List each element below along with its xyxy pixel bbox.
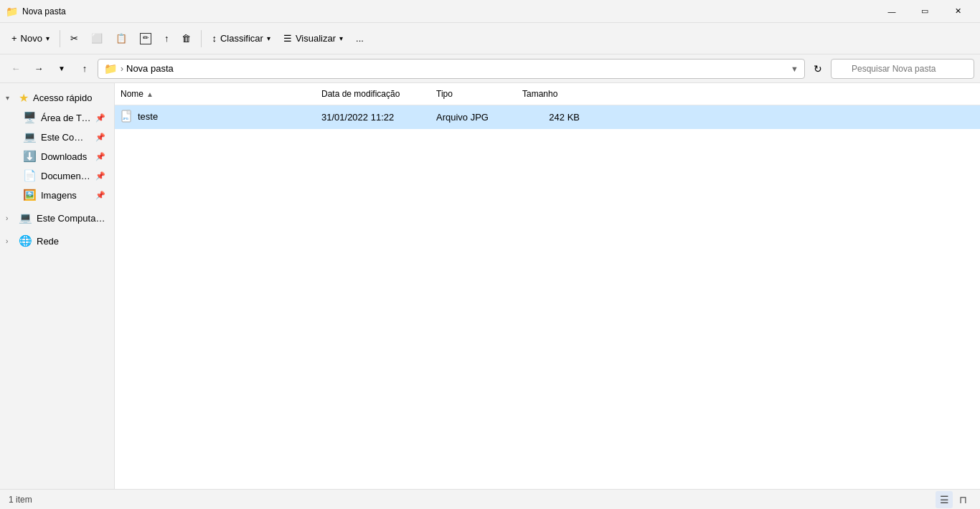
jpg-file-icon: JPG	[121, 110, 133, 123]
cut-button[interactable]: ✂	[65, 27, 84, 50]
downloads-pin-icon: 📌	[95, 152, 105, 161]
this-pc-section: › 💻 Este Computador	[0, 206, 114, 229]
column-name[interactable]: Nome ▲	[115, 86, 316, 102]
file-name-text: teste	[138, 111, 158, 122]
network-label: Rede	[37, 236, 105, 247]
sort-chevron-icon: ▾	[267, 34, 270, 42]
refresh-button[interactable]: ↻	[808, 59, 828, 79]
file-date-text: 31/01/2022 11:22	[321, 112, 394, 123]
images-pin-icon: 📌	[95, 191, 105, 200]
svg-text:JPG: JPG	[123, 117, 128, 120]
address-folder-icon: 📁	[104, 62, 118, 75]
sidebar-item-documents[interactable]: 📄 Documentos 📌	[3, 166, 111, 185]
file-size-text: 242 KB	[549, 112, 580, 123]
rename-icon: ✏	[140, 33, 151, 44]
desktop-icon: 🖥️	[23, 111, 37, 124]
new-button[interactable]: + Novo ▾	[6, 27, 55, 50]
column-date[interactable]: Data de modificação	[316, 86, 430, 102]
share-icon: ↑	[164, 33, 169, 44]
maximize-button[interactable]: ▭	[908, 0, 941, 23]
list-view-button[interactable]: ☰	[936, 491, 953, 508]
copy-button[interactable]: ⬜	[85, 27, 108, 50]
toolbar-separator-1	[60, 30, 60, 47]
main-layout: ▾ ★ Acesso rápido 🖥️ Área de Trabalh 📌 💻…	[0, 83, 980, 489]
new-chevron-icon: ▾	[46, 34, 50, 42]
view-toggle-group: ☰ ⊓	[936, 491, 971, 508]
file-name-cell: JPG teste	[115, 107, 316, 128]
address-input[interactable]: 📁 › Nova pasta ▼	[98, 59, 805, 79]
desktop-pin-icon: 📌	[95, 113, 105, 123]
title-bar-left: 📁 Nova pasta	[6, 6, 66, 17]
sidebar-item-this-pc-shortcut[interactable]: 💻 Este Computad 📌	[3, 128, 111, 146]
toolbar-separator-2	[201, 30, 202, 47]
copy-icon: ⬜	[91, 33, 103, 44]
sidebar-quick-access-header[interactable]: ▾ ★ Acesso rápido	[3, 88, 111, 108]
quick-access-expand-icon: ▾	[6, 94, 14, 102]
address-chevron-icon: ▼	[791, 65, 798, 73]
delete-icon: 🗑	[182, 33, 191, 44]
file-type-text: Arquivo JPG	[436, 112, 489, 123]
title-bar-controls: — ▭ ✕	[875, 0, 974, 23]
this-pc-icon: 💻	[19, 211, 32, 224]
sidebar-network-header[interactable]: › 🌐 Rede	[3, 232, 111, 250]
view-toolbar-button[interactable]: ☰ Visualizar ▾	[278, 27, 349, 50]
documents-icon: 📄	[23, 169, 37, 182]
toolbar: + Novo ▾ ✂ ⬜ 📋 ✏ ↑ 🗑 ↕ Classificar ▾ ☰ V…	[0, 23, 980, 54]
column-size[interactable]: Tamanho	[517, 86, 588, 102]
file-list-header: Nome ▲ Data de modificação Tipo Tamanho	[115, 83, 980, 105]
sort-icon: ↕	[212, 33, 217, 44]
item-count-text: 1 item	[9, 495, 32, 505]
share-button[interactable]: ↑	[159, 27, 175, 50]
images-icon: 🖼️	[23, 189, 37, 201]
documents-label: Documentos	[41, 171, 91, 181]
file-list: Nome ▲ Data de modificação Tipo Tamanho …	[115, 83, 980, 489]
quick-access-label: Acesso rápido	[33, 92, 105, 103]
network-expand-icon: ›	[6, 237, 14, 245]
title-bar-title: Nova pasta	[22, 6, 66, 16]
file-icon-wrapper: JPG teste	[121, 110, 158, 123]
network-icon: 🌐	[19, 234, 32, 247]
sidebar-this-pc-header[interactable]: › 💻 Este Computador	[3, 209, 111, 227]
title-bar: 📁 Nova pasta — ▭ ✕	[0, 0, 980, 23]
paste-button[interactable]: 📋	[110, 27, 133, 50]
up-button[interactable]: ↑	[75, 59, 95, 79]
delete-button[interactable]: 🗑	[176, 27, 197, 50]
sidebar-item-images[interactable]: 🖼️ Imagens 📌	[3, 186, 111, 204]
view-icon: ☰	[283, 33, 292, 44]
address-path-text: Nova pasta	[126, 63, 174, 74]
file-size-cell: 242 KB	[517, 109, 588, 125]
forward-recent-button[interactable]: ▼	[52, 59, 72, 79]
desktop-label: Área de Trabalh	[41, 113, 91, 123]
back-button[interactable]: ←	[6, 59, 26, 79]
sidebar-item-desktop[interactable]: 🖥️ Área de Trabalh 📌	[3, 108, 111, 127]
forward-button[interactable]: →	[29, 59, 49, 79]
title-bar-icon: 📁	[6, 6, 18, 17]
file-type-cell: Arquivo JPG	[430, 109, 517, 125]
this-pc-expand-icon: ›	[6, 214, 14, 222]
status-bar: 1 item ☰ ⊓	[0, 489, 980, 509]
this-pc-shortcut-pin-icon: 📌	[95, 133, 105, 142]
more-button[interactable]: ...	[350, 27, 369, 50]
close-button[interactable]: ✕	[941, 0, 974, 23]
sidebar: ▾ ★ Acesso rápido 🖥️ Área de Trabalh 📌 💻…	[0, 83, 115, 489]
sort-button[interactable]: ↕ Classificar ▾	[206, 27, 275, 50]
downloads-label: Downloads	[41, 151, 91, 162]
documents-pin-icon: 📌	[95, 171, 105, 181]
network-section: › 🌐 Rede	[0, 229, 114, 252]
quick-access-section: ▾ ★ Acesso rápido 🖥️ Área de Trabalh 📌 💻…	[0, 86, 114, 206]
this-pc-label: Este Computador	[37, 213, 105, 224]
table-row[interactable]: JPG teste 31/01/2022 11:22 Arquivo JPG 2…	[115, 105, 980, 129]
address-separator: ›	[121, 64, 123, 74]
sidebar-item-downloads[interactable]: ⬇️ Downloads 📌	[3, 147, 111, 166]
rename-button[interactable]: ✏	[134, 27, 157, 50]
grid-view-button[interactable]: ⊓	[954, 491, 971, 508]
downloads-icon: ⬇️	[23, 150, 37, 163]
minimize-button[interactable]: —	[875, 0, 908, 23]
column-type[interactable]: Tipo	[430, 86, 517, 102]
sort-arrow-name: ▲	[146, 90, 154, 98]
paste-icon: 📋	[116, 33, 127, 44]
new-icon: +	[11, 33, 17, 44]
view-chevron-icon: ▾	[339, 34, 343, 42]
this-pc-shortcut-label: Este Computad	[41, 132, 91, 143]
search-input[interactable]	[831, 59, 974, 79]
